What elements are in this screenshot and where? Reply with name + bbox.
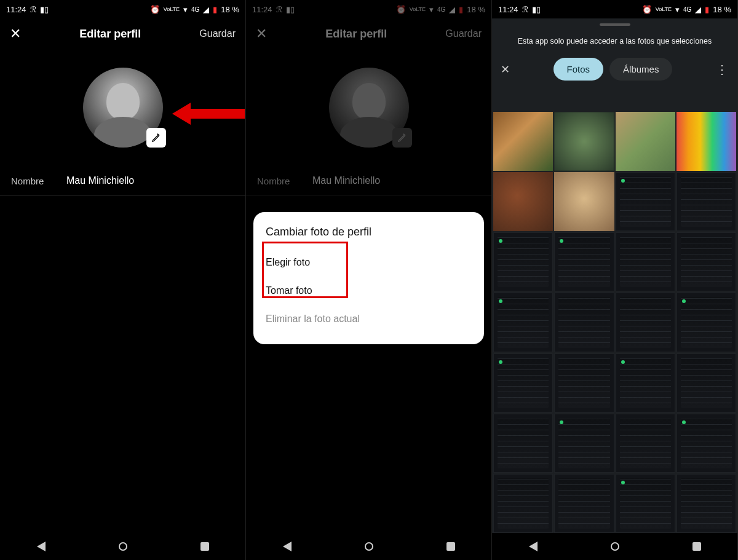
android-nav-bar: [246, 533, 491, 560]
status-bar: 11:24 ℛ ▮▯ ⏰ VoLTE ▾ 4G ◢ ▮ 18 %: [0, 0, 245, 18]
nav-home-icon[interactable]: [119, 542, 127, 551]
battery-icon: ▮: [705, 5, 709, 14]
alarm-icon: ⏰: [642, 5, 652, 14]
photo-grid: [492, 112, 737, 533]
close-icon[interactable]: ✕: [10, 26, 21, 42]
svg-marker-0: [172, 103, 245, 125]
screenshot-thumbnail[interactable]: [616, 414, 675, 473]
name-value: Mau Minichiello: [312, 175, 380, 186]
status-app-icon-2: ▮▯: [286, 5, 295, 14]
tab-albums[interactable]: Álbumes: [609, 58, 672, 81]
edit-avatar-button[interactable]: [392, 128, 412, 148]
pencil-icon: [397, 133, 407, 143]
screenshot-thumbnail[interactable]: [554, 353, 614, 412]
status-bar: 11:24 ℛ ▮▯ ⏰ VoLTE ▾ 4G ◢ ▮ 18 %: [492, 0, 737, 18]
volte-label: VoLTE: [410, 6, 426, 12]
save-button[interactable]: Guardar: [445, 28, 482, 39]
android-nav-bar: [0, 533, 245, 560]
screenshot-thumbnail[interactable]: [676, 172, 736, 231]
network-label: 4G: [191, 6, 199, 13]
nav-back-icon[interactable]: [529, 542, 538, 551]
pencil-icon: [151, 133, 161, 143]
screenshot-thumbnail[interactable]: [554, 293, 614, 352]
picker-header: ✕ Fotos Álbumes ⋮: [492, 54, 737, 89]
alarm-icon: ⏰: [396, 5, 406, 14]
status-time: 11:24: [252, 5, 272, 14]
screenshot-thumbnail[interactable]: [676, 414, 736, 473]
take-photo-option[interactable]: Tomar foto: [253, 277, 484, 305]
name-row[interactable]: Nombre Mau Minichiello: [0, 175, 245, 195]
overflow-menu-icon[interactable]: ⋮: [716, 62, 729, 77]
screenshot-thumbnail[interactable]: [676, 293, 736, 352]
change-photo-dialog: Cambiar foto de perfil Elegir foto Tomar…: [253, 212, 484, 344]
battery-pct: 18 %: [221, 5, 239, 14]
save-button[interactable]: Guardar: [199, 28, 236, 39]
photo-thumbnail[interactable]: [616, 112, 675, 171]
close-icon[interactable]: ✕: [501, 63, 510, 76]
volte-label: VoLTE: [164, 6, 180, 12]
signal-icon: ◢: [203, 5, 209, 14]
screenshot-thumbnail[interactable]: [493, 232, 553, 291]
edit-profile-header: ✕ Editar perfil Guardar: [0, 18, 245, 49]
photo-thumbnail[interactable]: [493, 172, 553, 231]
screen-photo-picker: 11:24 ℛ ▮▯ ⏰ VoLTE ▾ 4G ◢ ▮ 18 % Esta ap…: [492, 0, 738, 560]
screenshot-thumbnail[interactable]: [676, 474, 736, 533]
screenshot-thumbnail[interactable]: [554, 232, 614, 291]
network-label: 4G: [437, 6, 445, 13]
battery-icon: ▮: [213, 5, 217, 14]
screenshot-thumbnail[interactable]: [616, 172, 675, 231]
screenshot-thumbnail[interactable]: [616, 293, 675, 352]
screenshot-thumbnail[interactable]: [554, 414, 614, 473]
nav-home-icon[interactable]: [365, 542, 373, 551]
battery-pct: 18 %: [467, 5, 485, 14]
battery-pct: 18 %: [713, 5, 731, 14]
status-bar: 11:24 ℛ ▮▯ ⏰ VoLTE ▾ 4G ◢ ▮ 18 %: [246, 0, 491, 18]
name-label: Nombre: [11, 176, 66, 186]
screenshot-thumbnail[interactable]: [616, 474, 675, 533]
edit-avatar-button[interactable]: [146, 128, 166, 148]
nav-home-icon[interactable]: [611, 542, 619, 551]
avatar-section: [0, 68, 245, 148]
nav-recent-icon[interactable]: [200, 542, 209, 551]
screenshot-thumbnail[interactable]: [493, 474, 553, 533]
android-nav-bar: [492, 533, 737, 560]
photo-thumbnail[interactable]: [554, 172, 614, 231]
avatar-section: [246, 68, 491, 148]
nav-back-icon[interactable]: [283, 542, 292, 551]
signal-icon: ◢: [449, 5, 455, 14]
tutorial-arrow-icon: [172, 101, 246, 126]
status-time: 11:24: [498, 5, 518, 14]
photo-thumbnail[interactable]: [493, 112, 553, 171]
nav-back-icon[interactable]: [37, 542, 46, 551]
alarm-icon: ⏰: [150, 5, 160, 14]
screenshot-thumbnail[interactable]: [554, 474, 614, 533]
screen-change-photo-dialog: 11:24 ℛ ▮▯ ⏰ VoLTE ▾ 4G ◢ ▮ 18 % ✕ Edita…: [246, 0, 492, 560]
screenshot-thumbnail[interactable]: [493, 414, 553, 473]
screenshot-thumbnail[interactable]: [493, 293, 553, 352]
close-icon[interactable]: ✕: [256, 26, 267, 42]
tab-photos[interactable]: Fotos: [554, 58, 604, 81]
remove-photo-option[interactable]: Eliminar la foto actual: [253, 305, 484, 333]
wifi-icon: ▾: [675, 5, 680, 14]
screenshot-thumbnail[interactable]: [616, 353, 675, 412]
page-title: Editar perfil: [325, 28, 387, 41]
status-app-icon: ℛ: [276, 5, 282, 14]
photo-thumbnail[interactable]: [676, 112, 736, 171]
edit-profile-header: ✕ Editar perfil Guardar: [246, 18, 491, 49]
page-title: Editar perfil: [79, 28, 141, 41]
screenshot-thumbnail[interactable]: [676, 353, 736, 412]
nav-recent-icon[interactable]: [446, 542, 455, 551]
status-app-icon: ℛ: [30, 5, 36, 14]
screenshot-thumbnail[interactable]: [676, 232, 736, 291]
wifi-icon: ▾: [183, 5, 188, 14]
dialog-title: Cambiar foto de perfil: [253, 223, 484, 248]
name-label: Nombre: [257, 176, 312, 186]
photo-thumbnail[interactable]: [554, 112, 614, 171]
wifi-icon: ▾: [429, 5, 434, 14]
nav-recent-icon[interactable]: [692, 542, 701, 551]
screenshot-thumbnail[interactable]: [493, 353, 553, 412]
screen-edit-profile: 11:24 ℛ ▮▯ ⏰ VoLTE ▾ 4G ◢ ▮ 18 % ✕ Edita…: [0, 0, 246, 560]
screenshot-thumbnail[interactable]: [616, 232, 675, 291]
choose-photo-option[interactable]: Elegir foto: [253, 248, 484, 277]
network-label: 4G: [683, 6, 691, 13]
